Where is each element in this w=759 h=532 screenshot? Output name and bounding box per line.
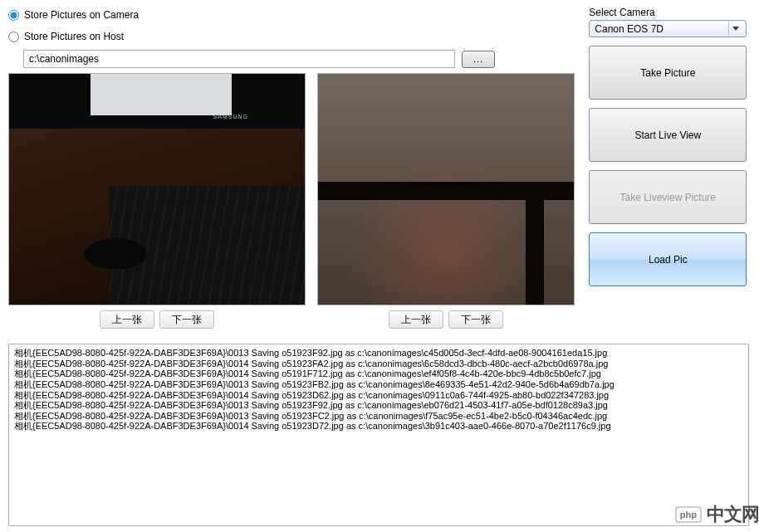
start-liveview-button[interactable]: Start Live View	[589, 108, 747, 162]
chevron-down-icon	[728, 22, 742, 36]
log-textbox[interactable]: 相机{EEC5AD98-8080-425f-922A-DABF3DE3F69A}…	[8, 344, 749, 526]
host-path-input[interactable]	[23, 50, 455, 68]
load-pic-button[interactable]: Load Pic	[589, 232, 747, 286]
log-line: 相机{EEC5AD98-8080-425f-922A-DABF3DE3F69A}…	[14, 390, 743, 401]
preview-right-prev-button[interactable]: 上一张	[389, 310, 443, 329]
watermark-badge: php	[675, 506, 702, 523]
log-line: 相机{EEC5AD98-8080-425f-922A-DABF3DE3F69A}…	[14, 348, 743, 359]
take-liveview-picture-button: Take Liveview Picture	[589, 170, 747, 224]
preview-left-prev-button[interactable]: 上一张	[100, 310, 154, 329]
log-line: 相机{EEC5AD98-8080-425f-922A-DABF3DE3F69A}…	[14, 368, 743, 379]
log-line: 相机{EEC5AD98-8080-425f-922A-DABF3DE3F69A}…	[14, 379, 743, 390]
log-line: 相机{EEC5AD98-8080-425f-922A-DABF3DE3F69A}…	[14, 411, 743, 422]
select-camera-label: Select Camera	[589, 7, 751, 18]
watermark-text: 中文网	[707, 502, 759, 527]
store-on-camera-radio[interactable]	[8, 10, 19, 21]
store-on-host-radio[interactable]	[8, 32, 19, 42]
store-on-host-label: Store Pictures on Host	[24, 31, 124, 42]
log-line: 相机{EEC5AD98-8080-425f-922A-DABF3DE3F69A}…	[14, 359, 743, 369]
preview-left-image: SAMSUNG	[8, 73, 306, 305]
log-line: 相机{EEC5AD98-8080-425f-922A-DABF3DE3F69A}…	[14, 421, 743, 432]
camera-select-combo[interactable]: Canon EOS 7D	[589, 20, 747, 37]
camera-select-value: Canon EOS 7D	[595, 23, 664, 35]
preview-left-next-button[interactable]: 下一张	[159, 310, 214, 329]
monitor-brand-text: SAMSUNG	[213, 114, 248, 120]
preview-right-image	[317, 73, 575, 305]
browse-button[interactable]: ...	[462, 51, 495, 68]
take-picture-button[interactable]: Take Picture	[589, 46, 747, 100]
preview-right-next-button[interactable]: 下一张	[448, 310, 503, 329]
watermark: php 中文网	[675, 502, 759, 527]
store-on-camera-label: Store Pictures on Camera	[24, 9, 139, 21]
log-line: 相机{EEC5AD98-8080-425f-922A-DABF3DE3F69A}…	[14, 400, 743, 411]
